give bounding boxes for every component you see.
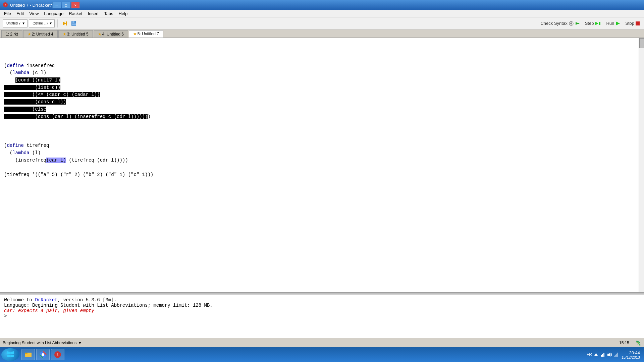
svg-marker-10 <box>595 22 598 25</box>
tab-4-label: 4: Untitled 6 <box>102 32 124 37</box>
tray-up-arrow[interactable] <box>593 352 599 357</box>
time-display[interactable]: 20:44 15/12/2013 <box>622 350 640 359</box>
menu-edit[interactable]: Edit <box>14 10 26 17</box>
svg-marker-26 <box>607 353 610 357</box>
file-dropdown-arrow: ▼ <box>22 21 25 25</box>
status-language[interactable]: Beginning Student with List Abbreviation… <box>3 341 619 345</box>
repl-welcome-suffix: , version 5.3.6 [3m]. <box>58 297 117 303</box>
tab-2[interactable]: ★ 2: Untitled 4 <box>23 30 58 38</box>
repl-error-line: car: expects a pair, given empty <box>4 308 640 313</box>
svg-text:λ: λ <box>57 353 59 357</box>
repl-welcome-text: Welcome to <box>4 297 35 303</box>
check-syntax-label: Check Syntax <box>540 21 567 26</box>
tab-5-star: ★ <box>133 32 137 36</box>
file-dropdown[interactable]: Untitled 7 ▼ <box>3 19 28 27</box>
run-icon <box>615 21 621 26</box>
svg-rect-17 <box>25 353 28 354</box>
racket-icon: λ <box>54 351 62 359</box>
check-syntax-arrow-icon <box>575 21 580 26</box>
step-icon <box>595 21 601 26</box>
svg-rect-27 <box>614 356 614 357</box>
time-text: 20:44 <box>629 350 640 355</box>
app-icon: λ <box>3 2 8 8</box>
tab-1-label: 1: 2.rkt <box>6 32 18 37</box>
tab-3[interactable]: ★ 3: Untitled 5 <box>58 30 93 38</box>
repl-area[interactable]: Welcome to DrRacket, version 5.3.6 [3m].… <box>0 294 644 338</box>
tab-1[interactable]: 1: 2.rkt <box>1 30 22 38</box>
run-button[interactable]: Run <box>605 20 622 27</box>
code-block[interactable]: (define inserefreq (lambda (c l) (cond (… <box>4 55 635 186</box>
locale-indicator: FR <box>587 352 592 357</box>
maximize-button[interactable]: □ <box>62 2 70 8</box>
tab-4[interactable]: ★ 4: Untitled 6 <box>94 30 128 38</box>
forward-button[interactable] <box>60 19 68 27</box>
taskbar-explorer[interactable] <box>21 349 35 360</box>
menu-view[interactable]: View <box>26 10 41 17</box>
status-language-text: Beginning Student with List Abbreviation… <box>3 341 76 345</box>
editor-content[interactable]: (define inserefreq (lambda (c l) (cond (… <box>0 38 639 292</box>
svg-marker-2 <box>63 21 66 25</box>
minimize-button[interactable]: ─ <box>52 2 61 8</box>
repl-prompt-line[interactable]: > <box>4 313 640 319</box>
svg-rect-24 <box>602 354 603 357</box>
taskbar-chrome[interactable] <box>36 349 50 360</box>
svg-marker-22 <box>594 353 598 356</box>
window-controls: ─ □ ✕ <box>52 2 80 8</box>
stop-label: Stop <box>625 21 634 26</box>
toolbar-right: Check Syntax Step Run Stop <box>539 20 641 27</box>
date-text: 15/12/2013 <box>622 355 640 359</box>
menu-tabs[interactable]: Tabs <box>101 10 116 17</box>
tab-3-label: 3: Untitled 5 <box>67 32 89 37</box>
status-bar: Beginning Student with List Abbreviation… <box>0 338 644 347</box>
define-dropdown-label: (define ...) <box>33 21 48 25</box>
menu-insert[interactable]: Insert <box>85 10 102 17</box>
svg-rect-30 <box>617 353 618 357</box>
scrollbar-thumb[interactable] <box>639 38 644 48</box>
menu-racket[interactable]: Racket <box>66 10 85 17</box>
step-button[interactable]: Step <box>584 20 603 27</box>
tab-2-label: 2: Untitled 4 <box>32 32 53 37</box>
repl-prompt-symbol: > <box>4 313 7 319</box>
network-icon <box>600 352 605 357</box>
svg-text:🦎: 🦎 <box>635 340 641 346</box>
system-tray: FR 20:44 15/12/2013 <box>587 350 643 359</box>
svg-rect-28 <box>615 355 615 357</box>
svg-rect-29 <box>616 354 616 357</box>
title-bar: λ Untitled 7 - DrRacket* ─ □ ✕ <box>0 0 644 10</box>
svg-rect-13 <box>636 21 640 25</box>
stop-button[interactable]: Stop <box>624 20 641 26</box>
editor-area[interactable]: (define inserefreq (lambda (c l) (cond (… <box>0 38 644 292</box>
editor-scrollbar[interactable] <box>639 38 644 292</box>
start-button[interactable] <box>1 348 19 361</box>
file-dropdown-label: Untitled 7 <box>6 21 20 25</box>
tabs-bar: 1: 2.rkt ★ 2: Untitled 4 ★ 3: Untitled 5… <box>0 29 644 38</box>
tab-5[interactable]: ★ 5: Untitled 7 <box>129 30 163 38</box>
menu-file[interactable]: File <box>1 10 14 17</box>
toolbar: Untitled 7 ▼ (define ...) ▼ Check Syntax <box>0 17 644 29</box>
svg-rect-6 <box>72 23 76 25</box>
repl-welcome-line: Welcome to DrRacket, version 5.3.6 [3m]. <box>4 297 640 303</box>
svg-text:λ: λ <box>5 3 6 7</box>
taskbar: λ FR 20:44 <box>0 347 644 362</box>
toolbar-separator <box>57 19 58 27</box>
define-dropdown[interactable]: (define ...) ▼ <box>29 19 55 27</box>
status-position: 15:15 <box>619 341 629 345</box>
check-syntax-button[interactable]: Check Syntax <box>539 20 581 27</box>
svg-marker-12 <box>616 21 620 25</box>
svg-rect-25 <box>603 353 604 357</box>
menu-bar: File Edit View Language Racket Insert Ta… <box>0 10 644 17</box>
close-button[interactable]: ✕ <box>71 2 80 8</box>
check-syntax-icon <box>569 21 574 26</box>
taskbar-racket[interactable]: λ <box>51 349 64 360</box>
step-label: Step <box>585 21 594 26</box>
drracket-link[interactable]: DrRacket <box>35 297 57 303</box>
tray-icons: FR <box>587 352 619 357</box>
tab-4-star: ★ <box>98 32 102 37</box>
menu-help[interactable]: Help <box>116 10 130 17</box>
save-button[interactable] <box>70 19 78 27</box>
explorer-icon <box>24 351 32 359</box>
windows-logo <box>5 349 16 360</box>
repl-language-line: Language: Beginning Student with List Ab… <box>4 303 640 308</box>
tab-2-star: ★ <box>28 32 31 37</box>
menu-language[interactable]: Language <box>41 10 66 17</box>
